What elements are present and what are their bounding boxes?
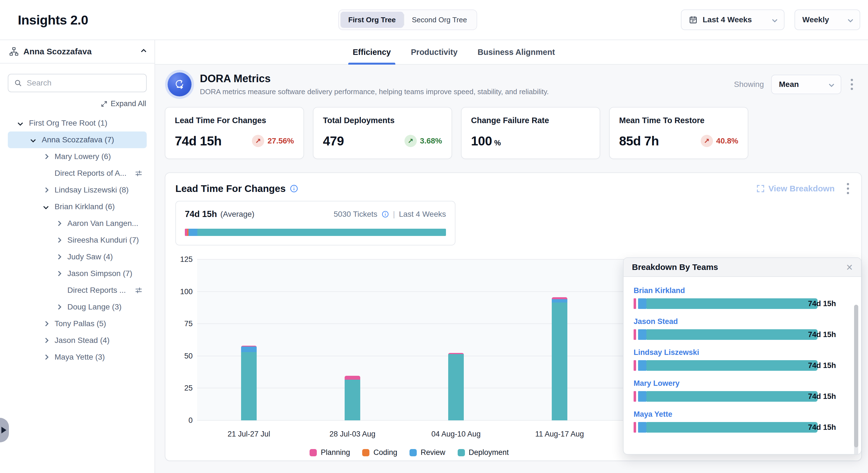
search-icon xyxy=(14,79,22,87)
expand-all-link[interactable]: Expand All xyxy=(100,99,146,108)
showing-label: Showing xyxy=(734,80,764,89)
team-bar: 74d 15h xyxy=(633,391,817,402)
tree-item-label: Tony Pallas (5) xyxy=(55,319,142,328)
info-icon[interactable] xyxy=(289,184,299,193)
tree-item[interactable]: Tony Pallas (5) xyxy=(8,315,147,332)
tree-item[interactable]: Jason Stead (4) xyxy=(8,332,147,349)
tree-item[interactable]: Sireesha Kunduri (7) xyxy=(8,232,147,248)
bar-segment-deployment xyxy=(241,352,257,420)
lead-time-title: Lead Time For Changes xyxy=(175,183,286,194)
legend-label: Review xyxy=(421,448,445,457)
metric-card: Mean Time To Restore85d 7h↗40.8% xyxy=(609,107,748,159)
tree-item[interactable]: Mary Lowery (6) xyxy=(8,148,147,165)
sidebar-search[interactable] xyxy=(8,74,147,92)
x-axis-tick: 28 Jul-03 Aug xyxy=(301,430,404,439)
view-breakdown-link[interactable]: View Breakdown xyxy=(756,184,835,193)
filters-icon[interactable] xyxy=(134,286,143,294)
team-name-link[interactable]: Mary Lowery xyxy=(633,379,851,388)
trend-delta: 40.8% xyxy=(716,137,738,145)
tree-item-label: Sireesha Kunduri (7) xyxy=(67,236,142,244)
tree-item[interactable]: Lindsay Liszewski (8) xyxy=(8,182,147,198)
tree-item[interactable]: Direct Reports ... xyxy=(8,282,147,299)
calendar-icon xyxy=(689,15,698,24)
stacked-bar xyxy=(448,353,464,420)
tree-item-label: First Org Tree Root (1) xyxy=(29,119,142,127)
y-axis-tick: 50 xyxy=(175,352,193,360)
team-name-link[interactable]: Jason Stead xyxy=(633,317,851,326)
tickets-count: 5030 Tickets xyxy=(334,210,377,219)
org-tree-toggle-first[interactable]: First Org Tree xyxy=(340,12,404,28)
chevron-right-icon[interactable] xyxy=(43,321,49,326)
metric-cards-row: Lead Time For Changes74d 15h↗27.56%Total… xyxy=(165,107,862,159)
team-row: Maya Yette74d 15h xyxy=(633,410,851,433)
date-range-select[interactable]: Last 4 Weeks xyxy=(681,9,784,30)
tree-item[interactable]: Judy Saw (4) xyxy=(8,248,147,265)
tree-item[interactable]: First Org Tree Root (1) xyxy=(8,115,147,131)
chevron-right-icon[interactable] xyxy=(43,187,49,193)
scrollbar-thumb[interactable] xyxy=(854,305,858,447)
granularity-select[interactable]: Weekly xyxy=(795,9,860,30)
team-name-link[interactable]: Brian Kirkland xyxy=(633,286,851,295)
trend-arrow-icon: ↗ xyxy=(252,135,264,147)
team-bar-segment-deployment xyxy=(646,298,817,309)
scrollbar-track[interactable] xyxy=(854,305,858,454)
team-bar: 74d 15h xyxy=(633,360,817,371)
tree-item[interactable]: Aaron Van Langen... xyxy=(8,215,147,232)
team-bar-segment-deployment xyxy=(646,391,817,402)
org-tree-toggle-second[interactable]: Second Org Tree xyxy=(404,12,475,28)
legend-item-review: Review xyxy=(409,448,445,457)
dora-sprint-icon xyxy=(167,72,191,96)
chevron-right-icon[interactable] xyxy=(43,154,49,159)
chevron-right-icon[interactable] xyxy=(56,237,62,243)
lead-time-kebab-menu[interactable] xyxy=(845,181,851,197)
tree-item-label: Direct Reports ... xyxy=(67,286,142,295)
chevron-right-icon[interactable] xyxy=(43,337,49,343)
team-row: Jason Stead74d 15h xyxy=(633,317,851,340)
team-name-link[interactable]: Maya Yette xyxy=(633,410,851,419)
dora-kebab-menu[interactable] xyxy=(848,77,855,92)
aggregation-select[interactable]: Mean xyxy=(771,75,841,94)
chevron-right-icon[interactable] xyxy=(56,304,62,310)
bar-segment-review xyxy=(552,299,567,302)
metric-card-title: Total Deployments xyxy=(323,116,442,125)
tree-item[interactable]: Maya Yette (3) xyxy=(8,349,147,365)
team-bar-segment-review xyxy=(638,391,646,402)
collapse-sidebar-icon[interactable] xyxy=(141,49,147,54)
metric-card-value: 479 xyxy=(323,134,344,148)
tree-item[interactable]: Jason Simpson (7) xyxy=(8,265,147,282)
metric-card-title: Change Failure Rate xyxy=(471,116,590,125)
tree-item[interactable]: Anna Scozzafava (7) xyxy=(8,131,147,148)
team-row: Lindsay Liszewski74d 15h xyxy=(633,348,851,371)
chevron-down-icon[interactable] xyxy=(18,120,23,126)
chevron-right-icon[interactable] xyxy=(43,354,49,360)
stacked-bar xyxy=(241,346,257,420)
tab-business-alignment[interactable]: Business Alignment xyxy=(475,40,558,64)
granularity-value: Weekly xyxy=(802,15,843,24)
search-input[interactable] xyxy=(27,79,141,87)
tree-item[interactable]: Brian Kirkland (6) xyxy=(8,198,147,215)
chevron-right-icon[interactable] xyxy=(56,271,62,276)
tab-productivity[interactable]: Productivity xyxy=(408,40,460,64)
tree-item-label: Jason Simpson (7) xyxy=(67,269,142,278)
lead-time-summary-card: 74d 15h (Average) 5030 Tickets | Last 4 … xyxy=(175,201,456,245)
tree-item-label: Maya Yette (3) xyxy=(55,353,142,361)
team-bar-segment-planning xyxy=(633,298,636,309)
tab-efficiency[interactable]: Efficiency xyxy=(350,40,394,64)
close-icon[interactable]: × xyxy=(846,262,853,273)
tree-item[interactable]: Direct Reports of A... xyxy=(8,165,147,182)
sidebar-header[interactable]: Anna Scozzafava xyxy=(0,40,155,63)
chevron-down-icon[interactable] xyxy=(30,137,36,143)
phase-segment-review xyxy=(188,229,197,236)
chevron-right-icon[interactable] xyxy=(56,254,62,260)
y-axis-tick: 25 xyxy=(175,384,193,392)
expand-all-label: Expand All xyxy=(111,99,146,108)
dora-subtitle: DORA metrics measure software delivery p… xyxy=(200,87,734,96)
chevron-right-icon[interactable] xyxy=(56,220,62,226)
tree-item[interactable]: Doug Lange (3) xyxy=(8,299,147,315)
filters-icon[interactable] xyxy=(134,169,143,177)
info-icon[interactable] xyxy=(381,210,389,218)
metric-card-title: Mean Time To Restore xyxy=(619,116,738,125)
chevron-down-icon[interactable] xyxy=(43,204,49,209)
legend-item-coding: Coding xyxy=(362,448,397,457)
team-name-link[interactable]: Lindsay Liszewski xyxy=(633,348,851,357)
